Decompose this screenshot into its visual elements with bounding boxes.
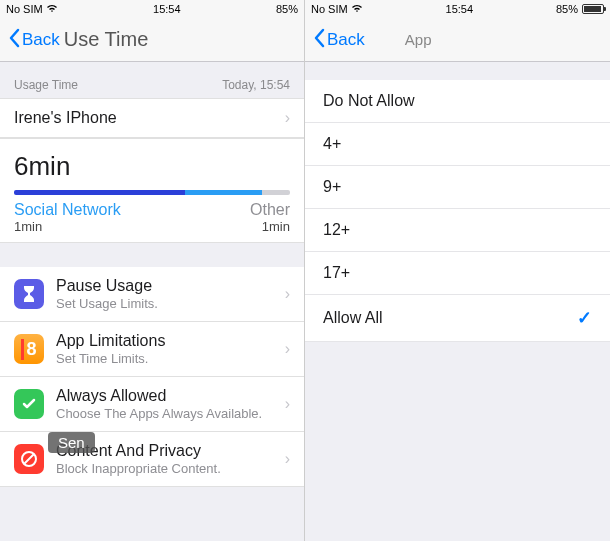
option-12plus[interactable]: 12+	[305, 209, 610, 252]
back-button[interactable]: Back	[313, 28, 365, 52]
menu-pause-usage[interactable]: Pause Usage Set Usage Limits. ›	[0, 267, 304, 322]
category-other-label: Other	[250, 201, 290, 219]
chevron-right-icon: ›	[285, 285, 290, 303]
status-bar: No SIM 15:54 85%	[305, 0, 610, 18]
option-do-not-allow[interactable]: Do Not Allow	[305, 80, 610, 123]
svg-line-1	[24, 454, 34, 464]
menu-subtitle: Set Usage Limits.	[56, 296, 273, 311]
chevron-right-icon: ›	[285, 450, 290, 468]
nav-bar: Back App	[305, 18, 610, 62]
status-time: 15:54	[446, 3, 474, 15]
battery-text: 85%	[556, 3, 578, 15]
wifi-icon	[46, 3, 58, 15]
category-social-time: 1min	[14, 219, 42, 234]
device-name: Irene's IPhone	[14, 109, 117, 127]
option-label: 12+	[323, 221, 350, 239]
carrier-text: No SIM	[311, 3, 348, 15]
section-header: Usage Time Today, 15:54	[0, 62, 304, 98]
back-button[interactable]: Back	[8, 28, 60, 52]
usage-summary[interactable]: 6min Social Network Other 1min 1min	[0, 138, 304, 243]
rating-options-list: Do Not Allow 4+ 9+ 12+ 17+ Allow All ✓	[305, 80, 610, 342]
option-label: 17+	[323, 264, 350, 282]
section-label: Usage Time	[14, 78, 78, 92]
option-label: Do Not Allow	[323, 92, 415, 110]
status-time: 15:54	[153, 3, 181, 15]
category-other-time: 1min	[262, 219, 290, 234]
option-label: Allow All	[323, 309, 383, 327]
option-label: 9+	[323, 178, 341, 196]
device-row[interactable]: Irene's IPhone ›	[0, 98, 304, 138]
option-4plus[interactable]: 4+	[305, 123, 610, 166]
menu-title: App Limitations	[56, 332, 273, 350]
check-icon	[14, 389, 44, 419]
battery-icon	[582, 4, 604, 14]
wifi-icon	[351, 3, 363, 15]
nav-title: App	[405, 31, 432, 48]
chevron-right-icon: ›	[285, 340, 290, 358]
nav-bar: Back Use Time	[0, 18, 304, 62]
option-allow-all[interactable]: Allow All ✓	[305, 295, 610, 342]
menu-subtitle: Choose The Apps Always Available.	[56, 406, 273, 421]
checkmark-icon: ✓	[577, 307, 592, 329]
number-icon: 8	[14, 334, 44, 364]
carrier-text: No SIM	[6, 3, 43, 15]
menu-subtitle: Set Time Limits.	[56, 351, 273, 366]
chevron-left-icon	[313, 28, 325, 52]
total-time: 6min	[14, 151, 290, 182]
hourglass-icon	[14, 279, 44, 309]
section-timestamp: Today, 15:54	[222, 78, 290, 92]
category-social-label: Social Network	[14, 201, 121, 219]
menu-subtitle: Block Inappropriate Content.	[56, 461, 273, 476]
chevron-left-icon	[8, 28, 20, 52]
send-overlay: Sen	[48, 432, 95, 453]
menu-always-allowed[interactable]: Always Allowed Choose The Apps Always Av…	[0, 377, 304, 432]
back-label: Back	[327, 30, 365, 50]
menu-content-privacy[interactable]: Content And Privacy Block Inappropriate …	[0, 432, 304, 487]
prohibit-icon	[14, 444, 44, 474]
option-9plus[interactable]: 9+	[305, 166, 610, 209]
nav-title: Use Time	[64, 28, 148, 51]
battery-text: 85%	[276, 3, 298, 15]
back-label: Back	[22, 30, 60, 50]
status-bar: No SIM 15:54 85%	[0, 0, 304, 18]
option-label: 4+	[323, 135, 341, 153]
usage-bar	[14, 190, 290, 195]
menu-title: Always Allowed	[56, 387, 273, 405]
option-17plus[interactable]: 17+	[305, 252, 610, 295]
chevron-right-icon: ›	[285, 109, 290, 127]
menu-app-limitations[interactable]: 8 App Limitations Set Time Limits. ›	[0, 322, 304, 377]
chevron-right-icon: ›	[285, 395, 290, 413]
menu-title: Pause Usage	[56, 277, 273, 295]
